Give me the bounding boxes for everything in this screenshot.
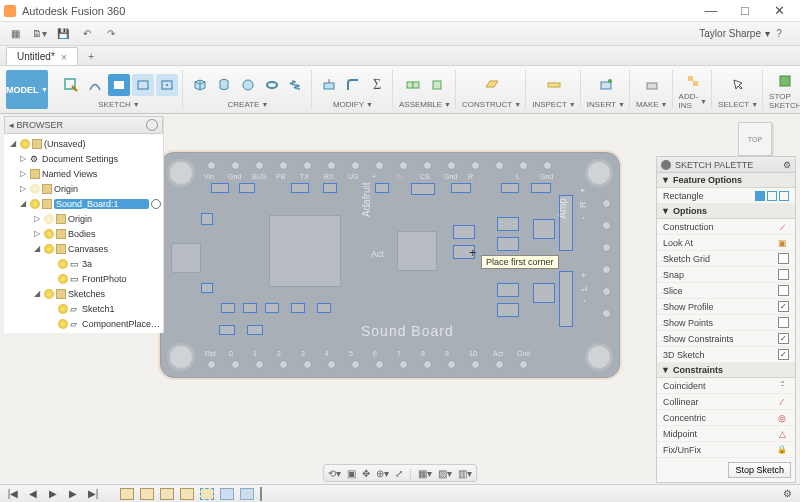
- undo-icon[interactable]: ↶: [78, 25, 96, 43]
- row-lookat[interactable]: Look At▣: [657, 235, 795, 251]
- group-label-make[interactable]: MAKE: [636, 100, 659, 109]
- checkbox[interactable]: ✓: [778, 301, 789, 312]
- checkbox[interactable]: ✓: [778, 333, 789, 344]
- section-constraints[interactable]: ▼Constraints: [657, 363, 795, 378]
- save-icon[interactable]: 💾: [54, 25, 72, 43]
- close-button[interactable]: ✕: [762, 0, 796, 22]
- addins-icon[interactable]: [682, 70, 704, 92]
- timeline-prev[interactable]: ◀: [26, 488, 40, 499]
- row-show-points[interactable]: Show Points: [657, 315, 795, 331]
- user-menu[interactable]: Taylor Sharpe ▾: [699, 28, 770, 39]
- stop-sketch-icon[interactable]: [774, 70, 796, 92]
- checkbox[interactable]: [778, 317, 789, 328]
- tree-sketch1[interactable]: ▱Sketch1: [6, 301, 161, 316]
- rectangle-2pt-icon[interactable]: [108, 74, 130, 96]
- tree-root[interactable]: ◢(Unsaved): [6, 136, 161, 151]
- view-cube-top[interactable]: TOP: [738, 122, 772, 156]
- select-icon[interactable]: [727, 74, 749, 96]
- file-menu-icon[interactable]: 🗎▾: [30, 25, 48, 43]
- tree-canvas-3a[interactable]: ▭3a: [6, 256, 161, 271]
- timeline-settings-icon[interactable]: ⚙: [780, 488, 794, 499]
- insert-icon[interactable]: [595, 74, 617, 96]
- palette-header[interactable]: SKETCH PALETTE ⚙: [657, 157, 795, 173]
- checkbox[interactable]: [778, 285, 789, 296]
- view-cube[interactable]: TOP: [736, 120, 774, 158]
- fillet-icon[interactable]: [342, 74, 364, 96]
- minimize-button[interactable]: —: [694, 0, 728, 22]
- row-midpoint[interactable]: Midpoint△: [657, 426, 795, 442]
- timeline-feature[interactable]: [240, 488, 254, 500]
- grid-settings-icon[interactable]: ▧▾: [438, 468, 452, 479]
- group-label-stop[interactable]: STOP SKETCH: [769, 92, 800, 110]
- tree-named-views[interactable]: ▷Named Views: [6, 166, 161, 181]
- activate-radio-icon[interactable]: [151, 199, 161, 209]
- parameters-icon[interactable]: Σ: [366, 74, 388, 96]
- joint-icon[interactable]: [426, 74, 448, 96]
- visibility-toggle-icon[interactable]: [146, 119, 158, 131]
- row-snap[interactable]: Snap: [657, 267, 795, 283]
- row-fix[interactable]: Fix/UnFix🔒: [657, 442, 795, 458]
- rectangle-center-icon[interactable]: [156, 74, 178, 96]
- group-label-create[interactable]: CREATE: [228, 100, 260, 109]
- row-coincident[interactable]: Coincident⸚: [657, 378, 795, 394]
- section-options[interactable]: ▼Options: [657, 204, 795, 219]
- look-at-icon[interactable]: ▣: [347, 468, 356, 479]
- timeline-begin[interactable]: |◀: [6, 488, 20, 499]
- timeline-next[interactable]: ▶: [66, 488, 80, 499]
- row-slice[interactable]: Slice: [657, 283, 795, 299]
- create-sketch-icon[interactable]: [60, 74, 82, 96]
- redo-icon[interactable]: ↷: [102, 25, 120, 43]
- checkbox[interactable]: ✓: [778, 349, 789, 360]
- tab-close-icon[interactable]: ×: [61, 51, 67, 63]
- sphere-icon[interactable]: [237, 74, 259, 96]
- group-label-sketch[interactable]: SKETCH: [98, 100, 130, 109]
- tree-bodies[interactable]: ▷Bodies: [6, 226, 161, 241]
- tree-comp-placement[interactable]: ▱ComponentPlacement: [6, 316, 161, 331]
- stop-sketch-button[interactable]: Stop Sketch: [728, 462, 791, 478]
- tree-sketches[interactable]: ◢Sketches: [6, 286, 161, 301]
- timeline-feature[interactable]: [160, 488, 174, 500]
- timeline-feature[interactable]: [120, 488, 134, 500]
- tree-component[interactable]: ◢Sound_Board:1: [6, 196, 161, 211]
- tree-canvas-front[interactable]: ▭FrontPhoto: [6, 271, 161, 286]
- new-component-icon[interactable]: [402, 74, 424, 96]
- tree-origin[interactable]: ▷Origin: [6, 181, 161, 196]
- timeline-feature[interactable]: [220, 488, 234, 500]
- timeline-play[interactable]: ▶: [46, 488, 60, 499]
- cylinder-icon[interactable]: [213, 74, 235, 96]
- torus-icon[interactable]: [261, 74, 283, 96]
- new-tab-button[interactable]: +: [82, 47, 100, 65]
- data-panel-icon[interactable]: ▦: [6, 25, 24, 43]
- group-label-inspect[interactable]: INSPECT: [532, 100, 567, 109]
- tree-doc-settings[interactable]: ▷⚙Document Settings: [6, 151, 161, 166]
- line-icon[interactable]: [84, 74, 106, 96]
- browser-header[interactable]: ◂ BROWSER: [4, 116, 163, 134]
- workspace-switcher[interactable]: MODEL ▼: [6, 70, 48, 109]
- timeline-feature[interactable]: [180, 488, 194, 500]
- row-construction[interactable]: Construction⟋: [657, 219, 795, 235]
- press-pull-icon[interactable]: [318, 74, 340, 96]
- group-label-construct[interactable]: CONSTRUCT: [462, 100, 512, 109]
- zoom-icon[interactable]: ⊕▾: [376, 468, 389, 479]
- timeline-feature[interactable]: [140, 488, 154, 500]
- group-label-select[interactable]: SELECT: [718, 100, 749, 109]
- row-sketch-grid[interactable]: Sketch Grid: [657, 251, 795, 267]
- display-settings-icon[interactable]: ▦▾: [418, 468, 432, 479]
- group-label-assemble[interactable]: ASSEMBLE: [399, 100, 442, 109]
- fit-icon[interactable]: ⤢: [395, 468, 403, 479]
- rectangle-3pt-icon[interactable]: [132, 74, 154, 96]
- maximize-button[interactable]: □: [728, 0, 762, 22]
- timeline-end[interactable]: ▶|: [86, 488, 100, 499]
- viewport-settings-icon[interactable]: ▥▾: [458, 468, 472, 479]
- group-label-addins[interactable]: ADD-INS: [679, 92, 699, 110]
- collapse-icon[interactable]: [661, 160, 671, 170]
- checkbox[interactable]: [778, 253, 789, 264]
- row-show-constraints[interactable]: Show Constraints✓: [657, 331, 795, 347]
- row-3d-sketch[interactable]: 3D Sketch✓: [657, 347, 795, 363]
- orbit-icon[interactable]: ⟲▾: [328, 468, 341, 479]
- tab-untitled[interactable]: Untitled* ×: [6, 47, 78, 65]
- checkbox[interactable]: [778, 269, 789, 280]
- section-feature-options[interactable]: ▼Feature Options: [657, 173, 795, 188]
- rectangle-mode-selector[interactable]: [755, 191, 789, 201]
- row-concentric[interactable]: Concentric◎: [657, 410, 795, 426]
